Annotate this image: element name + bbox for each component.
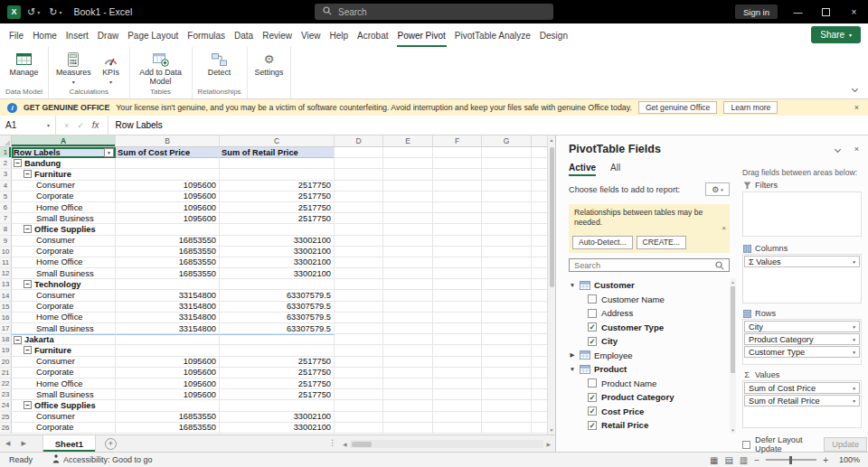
cell-E20[interactable] [383, 357, 433, 368]
cell-G18[interactable] [482, 334, 532, 345]
sheet-nav-left-icon[interactable]: ◀ [0, 440, 15, 447]
scroll-right-icon[interactable]: ▶ [546, 441, 551, 447]
cell-G3[interactable] [482, 169, 532, 180]
collapse-triangle-icon[interactable]: ▼ [569, 282, 576, 288]
row-header-7[interactable]: 7 [0, 213, 12, 224]
field-checkbox[interactable]: ✓ [588, 322, 597, 332]
ribbon-tab-design[interactable]: Design [535, 23, 572, 47]
row-header-2[interactable]: 2 [0, 158, 12, 169]
row-header-9[interactable]: 9 [0, 236, 12, 247]
cell-E21[interactable] [383, 368, 433, 378]
scroll-left-icon[interactable]: ◀ [343, 441, 347, 447]
cell-D19[interactable] [335, 345, 383, 356]
cell-E16[interactable] [383, 313, 433, 323]
cell-E11[interactable] [383, 257, 433, 268]
cell-C15[interactable]: 63307579.5 [220, 302, 335, 313]
cell-F6[interactable] [433, 202, 482, 213]
field-item-city[interactable]: ✓City [569, 334, 728, 349]
cell-C7[interactable]: 2517750 [220, 213, 335, 224]
row-header-25[interactable]: 25 [0, 412, 12, 423]
cell-A22[interactable]: Home Office [12, 378, 116, 389]
row-header-24[interactable]: 24 [0, 400, 12, 411]
cell-G16[interactable] [482, 313, 532, 323]
row-header-10[interactable]: 10 [0, 247, 12, 257]
row-header-13[interactable]: 13 [0, 279, 12, 290]
collapse-button[interactable]: − [24, 225, 32, 233]
collapse-button[interactable]: − [24, 401, 32, 409]
row-header-14[interactable]: 14 [0, 290, 12, 301]
cell-A17[interactable]: Small Business [12, 323, 116, 334]
field-checkbox[interactable] [588, 378, 597, 388]
cell-B6[interactable]: 1095600 [116, 202, 220, 213]
cell-E19[interactable] [383, 345, 433, 356]
cell-A13[interactable]: −Technology [12, 279, 116, 290]
defer-layout-checkbox[interactable] [742, 441, 750, 449]
area-field-chip-values[interactable]: Σ Values▾ [744, 256, 860, 267]
horizontal-scrollbar[interactable]: ◀ ▶ [343, 438, 551, 450]
cell-C5[interactable]: 2517750 [220, 191, 335, 202]
cell-B17[interactable]: 33154800 [116, 323, 220, 334]
cell-D8[interactable] [335, 224, 383, 235]
ribbon-tab-view[interactable]: View [297, 23, 326, 47]
undo-button[interactable]: ↺ ▾ [24, 6, 42, 18]
cell-F11[interactable] [433, 257, 482, 268]
cell-A20[interactable]: Consumer [12, 357, 116, 368]
sheet-nav-right-icon[interactable]: ▶ [15, 440, 31, 447]
cell-E6[interactable] [383, 202, 433, 213]
ribbon-button-manage[interactable]: Manage [5, 49, 43, 78]
row-header-4[interactable]: 4 [0, 181, 12, 191]
cell-B11[interactable]: 16853550 [116, 257, 220, 268]
cell-A2[interactable]: −Bandung [12, 158, 116, 169]
cell-E12[interactable] [383, 268, 433, 279]
field-search-input[interactable]: Search [569, 258, 730, 272]
cell-C18[interactable] [220, 334, 335, 345]
cell-A3[interactable]: −Furniture [12, 169, 116, 180]
cell-E17[interactable] [383, 323, 433, 334]
chevron-down-icon[interactable]: ▾ [47, 122, 50, 128]
ribbon-button-measures[interactable]: Measures▾ [52, 49, 96, 85]
column-header-c[interactable]: C [220, 135, 335, 146]
column-header-f[interactable]: F [433, 135, 482, 146]
rows-area[interactable]: City▾Product Category▾Customer Type▾ [742, 319, 862, 365]
vertical-scrollbar[interactable]: ▲ ▼ [547, 135, 555, 434]
collapse-button[interactable]: − [24, 346, 32, 354]
cell-F7[interactable] [433, 213, 482, 224]
cell-E13[interactable] [383, 279, 433, 290]
ribbon-tab-page-layout[interactable]: Page Layout [123, 23, 183, 47]
row-header-19[interactable]: 19 [0, 345, 12, 356]
auto-detect-button[interactable]: Auto-Detect... [572, 236, 633, 250]
cell-D11[interactable] [335, 257, 383, 268]
tab-splitter[interactable]: ⋮ [328, 438, 336, 447]
cell-D26[interactable] [335, 423, 383, 434]
formula-input[interactable]: Row Labels [108, 116, 868, 135]
cell-E3[interactable] [383, 169, 433, 180]
row-header-26[interactable]: 26 [0, 423, 12, 434]
cell-C17[interactable]: 63307579.5 [220, 323, 335, 334]
cell-F8[interactable] [433, 224, 482, 235]
cell-A5[interactable]: Corporate [12, 191, 116, 202]
cell-G7[interactable] [482, 213, 532, 224]
cell-C10[interactable]: 33002100 [220, 247, 335, 257]
cell-C2[interactable] [220, 158, 335, 169]
field-checkbox[interactable] [588, 294, 597, 304]
cell-G17[interactable] [482, 323, 532, 334]
cell-B1[interactable]: Sum of Cost Price [116, 147, 220, 158]
get-genuine-office-button[interactable]: Get genuine Office [638, 101, 718, 114]
cell-D22[interactable] [335, 378, 383, 389]
field-item-cost-price[interactable]: ✓Cost Price [569, 405, 728, 419]
field-checkbox[interactable]: ✓ [588, 337, 597, 346]
cell-F4[interactable] [433, 181, 482, 191]
sign-in-button[interactable]: Sign in [735, 5, 778, 19]
cell-A23[interactable]: Small Business [12, 389, 116, 400]
cell-C4[interactable]: 2517750 [220, 181, 335, 191]
column-header-a[interactable]: A [12, 135, 116, 146]
cell-G2[interactable] [482, 158, 532, 169]
row-header-15[interactable]: 15 [0, 302, 12, 313]
ribbon-tab-data[interactable]: Data [230, 23, 258, 47]
cell-E10[interactable] [383, 247, 433, 257]
cell-E8[interactable] [383, 224, 433, 235]
cell-C3[interactable] [220, 169, 335, 180]
cell-G1[interactable] [482, 147, 532, 158]
cell-E15[interactable] [383, 302, 433, 313]
new-sheet-button[interactable]: + [105, 438, 117, 450]
